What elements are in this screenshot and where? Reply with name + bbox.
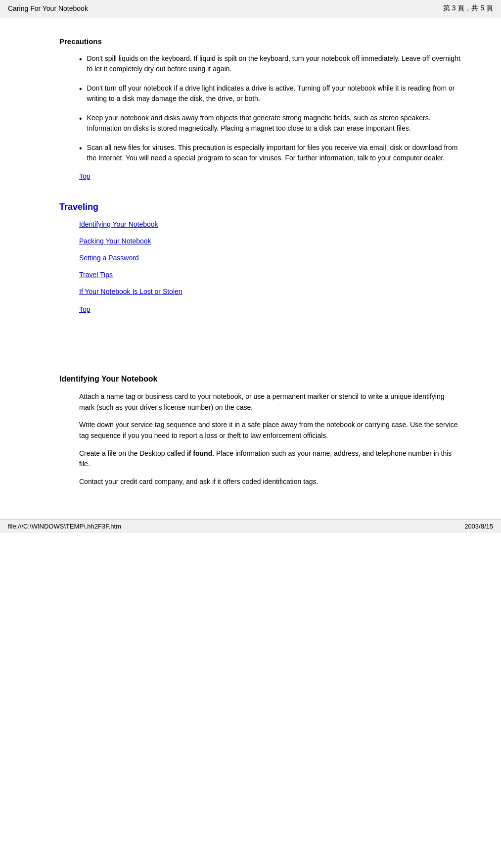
footer-date: 2003/8/15 [464, 523, 493, 530]
if-found-bold: if found [187, 449, 212, 457]
nav-link-lost-stolen[interactable]: If Your Notebook Is Lost or Stolen [79, 288, 461, 295]
identifying-para-2: Write down your service tag sequence and… [79, 420, 461, 441]
traveling-heading: Traveling [59, 202, 461, 212]
precaution-item-2: Don't turn off your notebook if a drive … [79, 83, 461, 104]
page-footer: file:///C:\WINDOWS\TEMP\.hh2F3F.htm 2003… [0, 519, 501, 533]
nav-link-identifying[interactable]: Identifying Your Notebook [79, 220, 461, 228]
precaution-text-4: Scan all new files for viruses. This pre… [87, 143, 461, 163]
precautions-section: Precautions Don't spill liquids on the k… [59, 37, 461, 190]
precautions-top-link[interactable]: Top [79, 172, 91, 180]
identifying-section: Identifying Your Notebook Attach a name … [59, 375, 461, 487]
precaution-text-1: Don't spill liquids on the keyboard. If … [87, 53, 461, 74]
footer-url: file:///C:\WINDOWS\TEMP\.hh2F3F.htm [8, 523, 121, 530]
main-content: Precautions Don't spill liquids on the k… [0, 17, 501, 519]
precautions-heading: Precautions [59, 37, 461, 46]
identifying-para-3: Create a file on the Desktop called if f… [79, 448, 461, 470]
traveling-nav-links: Identifying Your Notebook Packing Your N… [79, 220, 461, 295]
identifying-para-1: Attach a name tag or business card to yo… [79, 391, 461, 413]
precaution-item-3: Keep your notebook and disks away from o… [79, 113, 461, 134]
identifying-para-4: Contact your credit card company, and as… [79, 477, 461, 487]
header-title: Caring For Your Notebook [8, 4, 88, 12]
precaution-item-1: Don't spill liquids on the keyboard. If … [79, 53, 461, 74]
precaution-text-3: Keep your notebook and disks away from o… [87, 113, 461, 134]
traveling-top-link[interactable]: Top [79, 305, 91, 313]
header-page-info: 第 3 頁，共 5 頁 [443, 4, 493, 13]
nav-link-password[interactable]: Setting a Password [79, 254, 461, 262]
nav-link-packing[interactable]: Packing Your Notebook [79, 237, 461, 245]
traveling-section: Traveling Identifying Your Notebook Pack… [59, 202, 461, 323]
spacer [59, 335, 461, 375]
precautions-list: Don't spill liquids on the keyboard. If … [79, 53, 461, 163]
precaution-item-4: Scan all new files for viruses. This pre… [79, 143, 461, 163]
identifying-heading: Identifying Your Notebook [59, 375, 461, 384]
page-header: Caring For Your Notebook 第 3 頁，共 5 頁 [0, 0, 501, 17]
precaution-text-2: Don't turn off your notebook if a drive … [87, 83, 461, 104]
nav-link-travel-tips[interactable]: Travel Tips [79, 271, 461, 279]
